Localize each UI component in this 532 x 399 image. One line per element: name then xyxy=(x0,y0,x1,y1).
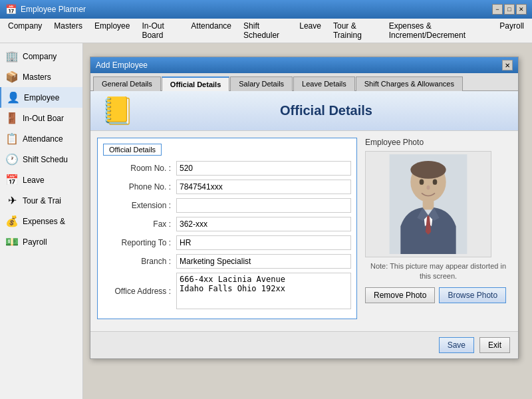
fax-row: Fax : xyxy=(103,217,351,231)
sidebar-item-expenses[interactable]: 💰 Expenses & xyxy=(0,211,82,231)
right-column: Employee Photo xyxy=(365,138,511,325)
sidebar-label-payroll: Payroll xyxy=(23,237,47,247)
menu-payroll[interactable]: Payroll xyxy=(494,20,529,41)
sidebar-label-attendance: Attendance xyxy=(23,134,63,144)
modal-title-bar: Add Employee ✕ xyxy=(90,57,518,73)
banner-icon: 📒 xyxy=(101,95,134,126)
close-button[interactable]: ✕ xyxy=(516,4,527,15)
banner-title: Official Details xyxy=(145,103,507,118)
branch-input[interactable] xyxy=(176,254,351,269)
main-layout: 🏢 Company 📦 Masters 👤 Employee 🚪 In-Out … xyxy=(0,43,532,399)
photo-label: Employee Photo xyxy=(365,138,511,147)
menu-bar: Company Masters Employee In-Out Board At… xyxy=(0,19,532,43)
address-label: Office Address : xyxy=(103,287,176,296)
maximize-button[interactable]: □ xyxy=(504,4,515,15)
sidebar-item-company[interactable]: 🏢 Company xyxy=(0,46,82,66)
sidebar-label-expenses: Expenses & xyxy=(23,217,65,226)
modal-title: Add Employee xyxy=(96,61,502,70)
browse-photo-button[interactable]: Browse Photo xyxy=(439,287,506,303)
menu-leave[interactable]: Leave xyxy=(294,20,327,41)
sidebar-item-attendance[interactable]: 📋 Attendance xyxy=(0,128,82,149)
phone-row: Phone No. : xyxy=(103,180,351,194)
window-controls: − □ ✕ xyxy=(492,4,527,15)
address-textarea[interactable] xyxy=(176,273,351,309)
leave-icon: 📅 xyxy=(5,174,19,186)
sidebar-item-leave[interactable]: 📅 Leave xyxy=(0,170,82,190)
tab-leave[interactable]: Leave Details xyxy=(293,76,355,91)
modal-footer: Save Exit xyxy=(90,331,518,358)
sidebar-label-masters: Masters xyxy=(23,72,51,82)
menu-attendance[interactable]: Attendance xyxy=(186,20,237,41)
svg-point-4 xyxy=(433,180,438,185)
expenses-icon: 💰 xyxy=(5,215,19,227)
menu-inout[interactable]: In-Out Board xyxy=(136,20,184,41)
modal-body: 📒 Official Details Official Details Room… xyxy=(90,91,518,358)
sidebar-label-inout: In-Out Boar xyxy=(23,114,64,123)
phone-label: Phone No. : xyxy=(103,182,176,192)
branch-row: Branch : xyxy=(103,254,351,269)
exit-button[interactable]: Exit xyxy=(479,337,510,353)
sidebar-label-company: Company xyxy=(23,52,57,61)
sidebar-item-inout[interactable]: 🚪 In-Out Boar xyxy=(0,108,82,128)
reporting-row: Reporting To : xyxy=(103,235,351,250)
photo-note: Note: This picture may appear distorted … xyxy=(365,261,511,282)
reporting-input[interactable] xyxy=(176,235,351,250)
section-title: Official Details xyxy=(103,144,162,156)
branch-label: Branch : xyxy=(103,257,176,266)
tab-general[interactable]: General Details xyxy=(93,76,161,91)
room-row: Room No. : xyxy=(103,161,351,176)
room-label: Room No. : xyxy=(103,164,176,173)
room-input[interactable] xyxy=(176,161,351,176)
masters-icon: 📦 xyxy=(5,70,19,83)
extension-row: Extension : xyxy=(103,198,351,213)
sidebar-label-shift: Shift Schedu xyxy=(23,155,68,164)
company-icon: 🏢 xyxy=(5,50,19,63)
sidebar: 🏢 Company 📦 Masters 👤 Employee 🚪 In-Out … xyxy=(0,43,83,399)
menu-shift[interactable]: Shift Scheduler xyxy=(238,20,293,41)
shift-icon: 🕐 xyxy=(5,153,19,166)
fax-label: Fax : xyxy=(103,219,176,229)
menu-masters[interactable]: Masters xyxy=(49,20,88,41)
minimize-button[interactable]: − xyxy=(492,4,503,15)
modal-content: Official Details Room No. : Phone No. : … xyxy=(90,131,518,331)
address-row: Office Address : xyxy=(103,273,351,309)
sidebar-item-masters[interactable]: 📦 Masters xyxy=(0,66,82,87)
menu-tour[interactable]: Tour & Training xyxy=(328,20,382,41)
employee-icon: 👤 xyxy=(7,91,20,104)
title-bar: 📅 Employee Planner − □ ✕ xyxy=(0,0,532,19)
tab-shift[interactable]: Shift Charges & Allowances xyxy=(356,76,463,91)
photo-buttons: Remove Photo Browse Photo xyxy=(365,287,511,303)
menu-expenses[interactable]: Expenses & Increment/Decrement xyxy=(384,20,493,41)
payroll-icon: 💵 xyxy=(5,235,19,248)
remove-photo-button[interactable]: Remove Photo xyxy=(365,287,435,303)
attendance-icon: 📋 xyxy=(5,132,19,145)
sidebar-item-shift[interactable]: 🕐 Shift Schedu xyxy=(0,149,82,170)
sidebar-label-leave: Leave xyxy=(23,176,45,185)
inout-icon: 🚪 xyxy=(5,112,19,124)
save-button[interactable]: Save xyxy=(439,337,474,353)
reporting-label: Reporting To : xyxy=(103,238,176,247)
official-details-section: Official Details Room No. : Phone No. : … xyxy=(97,138,357,319)
sidebar-item-employee[interactable]: 👤 Employee xyxy=(0,87,82,108)
photo-svg xyxy=(382,154,475,254)
menu-company[interactable]: Company xyxy=(3,20,47,41)
left-column: Official Details Room No. : Phone No. : … xyxy=(97,138,357,325)
modal-close-button[interactable]: ✕ xyxy=(502,60,513,70)
sidebar-label-tour: Tour & Trai xyxy=(23,196,61,205)
modal-header-banner: 📒 Official Details xyxy=(90,91,518,131)
phone-input[interactable] xyxy=(176,180,351,194)
app-title: Employee Planner xyxy=(21,5,492,14)
tab-official[interactable]: Official Details xyxy=(162,76,229,91)
menu-employee[interactable]: Employee xyxy=(89,20,135,41)
svg-point-5 xyxy=(427,186,430,190)
extension-label: Extension : xyxy=(103,201,176,210)
sidebar-item-payroll[interactable]: 💵 Payroll xyxy=(0,231,82,252)
svg-rect-6 xyxy=(423,200,434,209)
tab-salary[interactable]: Salary Details xyxy=(230,76,293,91)
employee-photo xyxy=(365,151,491,257)
add-employee-modal: Add Employee ✕ General Details Official … xyxy=(90,57,519,359)
sidebar-item-tour[interactable]: ✈ Tour & Trai xyxy=(0,190,82,211)
modal-tabs: General Details Official Details Salary … xyxy=(90,73,518,91)
extension-input[interactable] xyxy=(176,198,351,213)
fax-input[interactable] xyxy=(176,217,351,231)
